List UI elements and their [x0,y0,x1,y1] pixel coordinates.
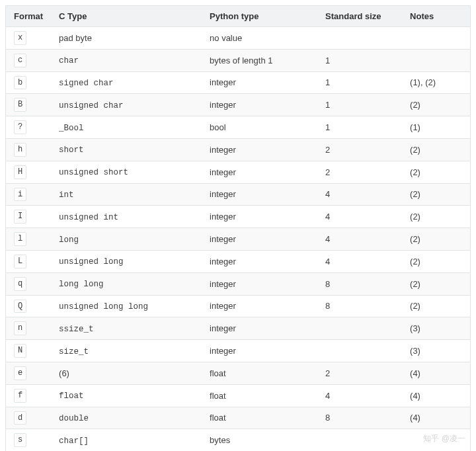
table-row: ?_Boolbool1(1) [6,116,471,139]
table-row: llonginteger4(2) [6,228,471,251]
ctype-text: signed char [59,79,114,88]
cell-ctype: double [51,407,202,429]
cell-pytype: float [202,407,317,429]
format-code: Q [14,300,26,313]
ctype-text: short [59,145,84,155]
cell-pytype: integer [202,228,317,251]
ctype-text: long [59,235,79,245]
cell-pytype: integer [202,295,317,317]
cell-size: 4 [317,250,402,272]
cell-notes: (3) [402,340,470,362]
cell-size: 1 [317,49,402,71]
format-code: ? [14,120,26,134]
cell-format: l [6,228,52,251]
table-row: ffloatfloat4(4) [6,384,471,407]
table-row: e(6)float2(4) [6,362,471,384]
cell-ctype: unsigned int [51,206,202,228]
ctype-text: unsigned long [59,257,124,266]
ctype-text: _Bool [59,124,84,133]
format-code: b [14,76,26,90]
cell-ctype: long [51,228,202,251]
table-row: hshortinteger2(2) [6,138,471,161]
cell-ctype: unsigned short [51,161,202,183]
cell-ctype: int [51,183,202,206]
cell-pytype: integer [202,317,317,340]
cell-pytype: integer [202,250,317,272]
cell-size: 4 [317,206,402,228]
cell-format: Q [6,295,52,317]
cell-pytype: integer [202,94,317,116]
cell-notes: (4) [402,362,470,384]
format-code: s [14,433,26,447]
header-notes: Notes [402,6,470,27]
table-row: nssize_tinteger(3) [6,317,471,340]
cell-size [317,27,402,50]
format-code: q [14,277,26,291]
format-code: B [14,98,26,112]
cell-notes: (2) [402,94,470,116]
cell-ctype: char[] [51,429,202,451]
cell-ctype: unsigned char [51,94,202,116]
cell-format: B [6,94,52,116]
cell-pytype: bytes [202,429,317,451]
cell-size: 4 [317,183,402,206]
cell-format: f [6,384,52,407]
cell-pytype: integer [202,71,317,94]
cell-ctype: short [51,138,202,161]
ctype-text: (6) [59,368,69,378]
format-code: f [14,389,26,403]
cell-size: 2 [317,161,402,183]
cell-pytype: integer [202,183,317,206]
cell-ctype: char [51,49,202,71]
cell-ctype: ssize_t [51,317,202,340]
cell-notes: (2) [402,295,470,317]
cell-size: 1 [317,116,402,139]
cell-pytype: integer [202,161,317,183]
cell-format: I [6,206,52,228]
cell-ctype: signed char [51,71,202,94]
cell-notes: (2) [402,228,470,251]
cell-notes: (2) [402,250,470,272]
header-size: Standard size [317,6,402,27]
table-row: Bunsigned charinteger1(2) [6,94,471,116]
cell-format: x [6,27,52,50]
cell-format: q [6,272,52,295]
cell-size: 8 [317,295,402,317]
cell-size: 1 [317,71,402,94]
cell-pytype: integer [202,206,317,228]
cell-format: b [6,71,52,94]
cell-notes: (2) [402,183,470,206]
cell-pytype: float [202,384,317,407]
cell-pytype: integer [202,138,317,161]
format-table: Format C Type Python type Standard size … [5,5,471,451]
format-code: d [14,411,26,425]
cell-size: 8 [317,407,402,429]
cell-format: H [6,161,52,183]
cell-size: 2 [317,362,402,384]
cell-ctype: float [51,384,202,407]
cell-format: s [6,429,52,451]
cell-format: c [6,49,52,71]
ctype-text: unsigned long long [59,302,148,311]
table-row: qlong longinteger8(2) [6,272,471,295]
header-format: Format [6,6,52,27]
cell-ctype: unsigned long [51,250,202,272]
cell-format: n [6,317,52,340]
table-row: ccharbytes of length 11 [6,49,471,71]
ctype-text: pad byte [59,33,92,43]
table-row: schar[]bytes [6,429,471,451]
cell-notes [402,49,470,71]
cell-format: N [6,340,52,362]
cell-size: 2 [317,138,402,161]
table-row: bsigned charinteger1(1), (2) [6,71,471,94]
cell-notes: (2) [402,206,470,228]
ctype-text: float [59,391,84,401]
cell-pytype: bytes of length 1 [202,49,317,71]
table-row: ddoublefloat8(4) [6,407,471,429]
cell-ctype: unsigned long long [51,295,202,317]
table-row: Iunsigned intinteger4(2) [6,206,471,228]
header-pytype: Python type [202,6,317,27]
cell-pytype: float [202,362,317,384]
cell-notes: (4) [402,407,470,429]
cell-notes: (2) [402,138,470,161]
